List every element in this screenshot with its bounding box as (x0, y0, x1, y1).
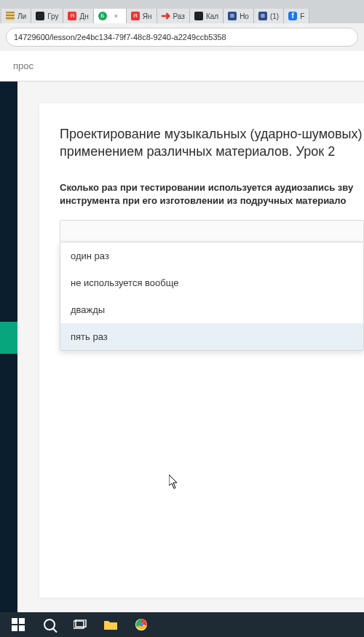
close-icon[interactable]: × (114, 12, 122, 20)
dropdown-option[interactable]: дважды (60, 296, 363, 323)
favicon-icon: Б (98, 12, 107, 20)
browser-tab[interactable]: Гру (31, 9, 63, 23)
answer-dropdown: один раз не используется вообще дважды п… (60, 242, 364, 351)
favicon-icon (194, 12, 203, 20)
taskbar-task-view[interactable] (66, 614, 95, 635)
browser-tab[interactable]: Я Дн (63, 9, 93, 23)
folder-icon (103, 619, 118, 630)
tab-label: F (300, 12, 304, 20)
browser-tab[interactable]: ⊞ Но (223, 9, 254, 23)
svg-rect-1 (19, 618, 25, 624)
lesson-title: Проектирование музыкальных (ударно-шумов… (60, 125, 364, 161)
facebook-favicon-icon: f (288, 12, 297, 20)
url-text: 14729600/lesson/2e4bc134-79f7-48c8-9240-… (14, 33, 226, 41)
dropdown-option[interactable]: не используется вообще (60, 269, 363, 296)
address-bar[interactable]: 14729600/lesson/2e4bc134-79f7-48c8-9240-… (6, 28, 358, 47)
favicon-icon: ⊞ (228, 12, 237, 20)
favicon-icon: ⊞ (258, 12, 267, 20)
tab-label: Гру (47, 12, 58, 20)
taskbar-app[interactable] (127, 614, 156, 635)
browser-tab[interactable]: f F (284, 9, 309, 23)
task-view-icon (74, 620, 87, 630)
taskbar-app[interactable] (96, 614, 125, 635)
tab-label: Но (240, 12, 249, 20)
browser-tab-active[interactable]: Б × (94, 9, 127, 23)
address-bar-row: 14729600/lesson/2e4bc134-79f7-48c8-9240-… (0, 23, 364, 51)
arrow-favicon-icon: ➜ (162, 12, 170, 20)
favicon-icon: Я (131, 12, 140, 20)
tab-label: Кал (206, 12, 218, 20)
tab-label: Ян (143, 12, 152, 20)
tab-label: Ли (17, 12, 26, 20)
page-toolbar: прос (0, 51, 364, 82)
dropdown-option[interactable]: пять раз (60, 323, 363, 350)
browser-tab[interactable]: Кал (190, 9, 223, 23)
favicon-icon (6, 12, 15, 20)
favicon-icon: Я (68, 12, 76, 20)
tab-label: Дн (79, 12, 88, 20)
windows-taskbar (0, 612, 364, 637)
browser-tab[interactable]: Я Ян (127, 9, 157, 23)
answer-select[interactable] (60, 220, 364, 242)
windows-logo-icon (12, 618, 25, 631)
browser-tab[interactable]: Ли (1, 9, 31, 23)
search-icon (44, 619, 55, 630)
start-button[interactable] (3, 613, 33, 636)
lesson-card: Проектирование музыкальных (ударно-шумов… (39, 103, 364, 598)
svg-rect-2 (12, 625, 17, 631)
mouse-cursor-icon (169, 475, 179, 493)
taskbar-search[interactable] (35, 614, 64, 635)
browser-tabs-bar: Ли Гру Я Дн Б × Я Ян ➜ Раз Кал ⊞ Но (0, 0, 364, 23)
browser-app-icon (135, 618, 148, 631)
svg-rect-0 (12, 618, 17, 624)
lesson-side-nav[interactable] (0, 82, 17, 612)
question-text: Сколько раз при тестировании используетс… (60, 181, 364, 209)
tab-label: (1) (270, 12, 279, 20)
tab-label: Раз (173, 12, 185, 20)
browser-tab[interactable]: ➜ Раз (157, 9, 190, 23)
dropdown-option[interactable]: один раз (60, 242, 363, 269)
browser-tab[interactable]: ⊞ (1) (254, 9, 284, 23)
toolbar-label[interactable]: прос (7, 56, 39, 76)
favicon-icon (36, 12, 44, 20)
svg-rect-3 (19, 625, 25, 631)
